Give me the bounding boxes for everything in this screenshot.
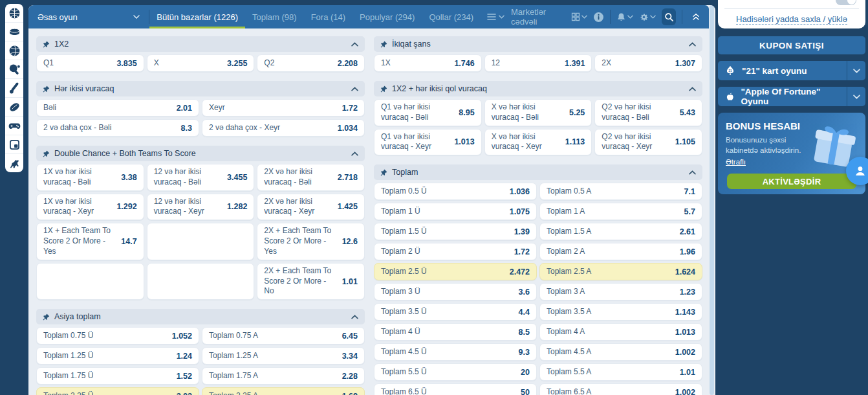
odds-cell[interactable]: Toplam 5.5 Ü20 (374, 363, 537, 381)
collapse-chevron-icon[interactable] (351, 87, 358, 91)
rail-sport-esports[interactable] (5, 117, 23, 135)
odds-cell[interactable]: Toplam 0.5 A7.1 (539, 183, 702, 200)
odds-cell[interactable]: 1X və hər ikisi vuracaq - Xeyr1.292 (36, 194, 144, 221)
odds-cell[interactable]: X və hər ikisi vuracaq - Xeyr1.113 (484, 129, 592, 156)
odds-cell[interactable]: Toplam 2.25 A1.69 (202, 387, 365, 395)
odds-cell[interactable]: Toplam 6.5 A1.002 (539, 383, 702, 395)
settings-button[interactable] (639, 12, 656, 22)
markets-list-button[interactable] (481, 5, 511, 28)
collapse-chevron-icon[interactable] (689, 170, 696, 175)
collapse-chevron-icon[interactable] (351, 42, 358, 47)
odds-cell[interactable]: 2 və daha çox - Bəli8.3 (36, 119, 199, 137)
scrollbar[interactable] (710, 5, 714, 395)
game-row-0[interactable]: 21"21" kart oyunu (718, 61, 865, 80)
markets-table-view-button[interactable] (571, 12, 587, 21)
odds-cell[interactable]: Toplam 4.5 Ü9.3 (374, 343, 537, 361)
game-row-1[interactable]: "Apple Of Fortune" Oyunu (718, 87, 865, 106)
tab-0[interactable]: Bütün bazarlar (1226) (149, 5, 245, 28)
odds-cell[interactable]: Toplam 0.75 A6.45 (202, 327, 365, 344)
rail-sport-volleyball[interactable] (5, 41, 23, 60)
market-header[interactable]: Toplam (374, 164, 702, 180)
collapse-markets-button[interactable] (688, 13, 704, 21)
odds-cell[interactable]: X və hər ikisi vuracaq - Bəli5.25 (484, 99, 592, 126)
odds-cell[interactable]: Q2 və hər ikisi vuracaq - Bəli5.43 (594, 99, 702, 126)
game-label[interactable]: "Apple Of Fortune" Oyunu (718, 87, 847, 106)
save-events-link[interactable]: Hadisələri yadda saxla / yüklə (736, 14, 847, 25)
odds-cell[interactable]: 1X + Each Team To Score 2 Or More - Yes1… (36, 223, 144, 260)
rail-sport-board-game[interactable] (5, 135, 23, 154)
odds-cell[interactable]: 2X + Each Team To Score 2 Or More - No1.… (257, 263, 365, 300)
tab-4[interactable]: Qollar (234) (422, 5, 481, 28)
odds-cell[interactable]: Toplam 3.5 A1.143 (539, 303, 702, 321)
tab-2[interactable]: Fora (14) (304, 5, 353, 28)
odds-cell[interactable]: 2 və daha çox - Xeyr1.034 (202, 119, 365, 137)
odds-cell[interactable]: Toplam 0.5 Ü1.036 (374, 183, 537, 200)
tab-1[interactable]: Toplam (98) (245, 5, 304, 28)
odds-cell[interactable]: Toplam 3 Ü3.6 (374, 283, 537, 300)
odds-cell[interactable]: Toplam 1.75 Ü1.52 (36, 367, 199, 385)
pin-icon[interactable] (43, 41, 50, 48)
odds-cell[interactable]: 1X və hər ikisi vuracaq - Bəli3.38 (36, 164, 144, 191)
odds-cell[interactable]: Toplam 6.5 Ü50 (374, 383, 537, 395)
odds-cell[interactable]: 12 və hər ikisi vuracaq - Xeyr1.282 (147, 194, 255, 221)
odds-cell[interactable]: Toplam 4 A1.013 (539, 323, 702, 341)
market-header[interactable]: İkiqat şans (374, 36, 702, 52)
odds-cell[interactable]: Toplam 4 Ü8.5 (374, 323, 537, 341)
odds-cell[interactable]: X3.255 (147, 54, 255, 72)
pin-icon[interactable] (380, 169, 387, 176)
odds-cell[interactable]: Toplam 1 A5.7 (539, 203, 702, 220)
odds-cell[interactable]: 2X1.307 (594, 54, 702, 72)
toggle-switch[interactable] (836, 0, 856, 5)
game-label[interactable]: 21"21" kart oyunu (718, 61, 847, 80)
coupon-sale-button[interactable]: KUPON SATIŞI (718, 36, 865, 54)
market-header[interactable]: 1X2 (36, 36, 365, 52)
rail-sport-ice-hockey[interactable] (5, 23, 23, 41)
category-selector[interactable]: Əsas oyun (28, 5, 149, 28)
info-button[interactable] (593, 12, 604, 23)
odds-cell[interactable]: Q22.208 (257, 54, 365, 72)
pin-icon[interactable] (43, 85, 50, 93)
markets-table-label[interactable]: Marketlər cədvəli (511, 7, 565, 27)
market-header[interactable]: Hər ikisi vuracaq (36, 81, 365, 96)
odds-cell[interactable]: Toplam 2 A1.96 (539, 243, 702, 260)
pin-icon[interactable] (380, 41, 387, 48)
rail-sport-horse-racing[interactable] (5, 154, 23, 172)
odds-cell[interactable]: Toplam 2.5 A1.624 (539, 263, 702, 280)
odds-cell[interactable]: Q1 və hər ikisi vuracaq - Bəli8.95 (374, 99, 482, 126)
pin-icon[interactable] (380, 85, 387, 93)
odds-cell[interactable]: Toplam 0.75 Ü1.052 (36, 327, 199, 344)
odds-cell[interactable]: Toplam 1.25 Ü1.24 (36, 347, 199, 365)
collapse-chevron-icon[interactable] (351, 315, 358, 319)
odds-cell[interactable]: Xeyr1.72 (202, 99, 365, 117)
notifications-button[interactable] (616, 12, 633, 22)
odds-cell[interactable]: Q13.835 (36, 54, 144, 72)
odds-cell[interactable]: Toplam 4.5 A1.002 (539, 343, 702, 361)
collapse-chevron-icon[interactable] (351, 152, 358, 156)
odds-cell[interactable]: Toplam 1.25 A3.34 (202, 347, 365, 365)
search-button[interactable] (662, 8, 676, 25)
odds-cell[interactable]: Toplam 2.5 Ü2.472 (374, 263, 537, 280)
market-header[interactable]: Asiya toplam (36, 309, 365, 324)
bonus-activate-button[interactable]: AKTİVLƏŞDİR (727, 174, 856, 189)
odds-cell[interactable]: 1X1.746 (374, 54, 482, 72)
rail-sport-table-tennis[interactable] (5, 60, 23, 79)
game-expand-button[interactable] (847, 87, 865, 106)
odds-cell[interactable]: Toplam 1.5 Ü1.39 (374, 223, 537, 240)
pin-icon[interactable] (43, 150, 50, 157)
game-expand-button[interactable] (847, 61, 865, 80)
odds-cell[interactable]: Q2 və hər ikisi vuracaq - Xeyr1.105 (594, 129, 702, 156)
rail-sport-baseball[interactable] (5, 79, 23, 98)
rail-sport-rugby[interactable] (5, 98, 23, 117)
odds-cell[interactable]: Toplam 1 Ü1.075 (374, 203, 537, 220)
odds-cell[interactable]: Bəli2.01 (36, 99, 199, 117)
odds-cell[interactable]: Toplam 2.25 Ü2.03 (36, 387, 199, 395)
odds-cell[interactable]: Toplam 2 Ü1.72 (374, 243, 537, 260)
collapse-chevron-icon[interactable] (689, 87, 696, 91)
bonus-more-link[interactable]: Ətraflı (726, 158, 746, 166)
odds-cell[interactable]: Toplam 1.5 A2.61 (539, 223, 702, 240)
odds-cell[interactable]: 12 və hər ikisi vuracaq - Bəli3.455 (147, 164, 255, 191)
odds-cell[interactable]: Toplam 1.75 A2.28 (202, 367, 365, 385)
tab-3[interactable]: Populyar (294) (353, 5, 422, 28)
odds-cell[interactable]: 2X və hər ikisi vuracaq - Xeyr1.425 (257, 194, 365, 221)
market-header[interactable]: Double Chance + Both Teams To Score (36, 146, 365, 161)
